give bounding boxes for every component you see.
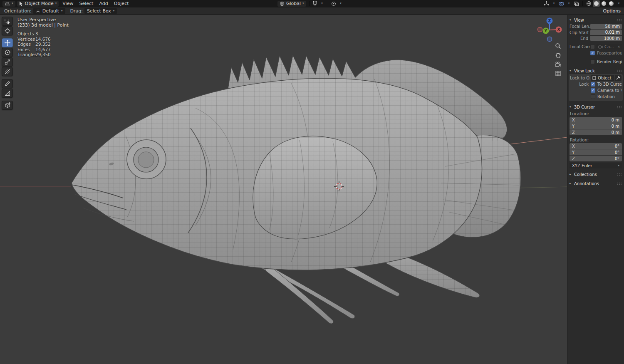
chevron-down-icon: ▾: [302, 2, 304, 5]
separator: [582, 1, 583, 6]
lock-object-field[interactable]: Object: [591, 75, 614, 81]
tool-cursor[interactable]: [2, 26, 13, 35]
panel-drag-grip[interactable]: [617, 69, 622, 72]
passepartout-checkbox[interactable]: ✓: [590, 51, 595, 55]
menu-view[interactable]: View: [59, 0, 76, 7]
clip-start-field[interactable]: 0.01 m: [590, 30, 622, 35]
shading-solid-button[interactable]: [593, 0, 600, 7]
cursor-location-y[interactable]: Y 0 m: [570, 123, 622, 129]
pan-button[interactable]: [553, 51, 562, 59]
gizmo-y[interactable]: Y: [543, 28, 549, 34]
camera-to-view-checkbox[interactable]: ✓: [591, 88, 595, 93]
scale-icon: [4, 59, 11, 65]
annotate-pencil-icon: [4, 80, 11, 87]
local-camera-field[interactable]: Ca... ✕: [597, 44, 622, 50]
menu-select[interactable]: Select: [76, 0, 96, 7]
proportional-falloff-dropdown[interactable]: ▾: [337, 0, 344, 7]
panel-drag-grip[interactable]: [617, 106, 622, 109]
chevron-down-icon: ▾: [12, 2, 13, 5]
snap-toggle[interactable]: [312, 0, 319, 7]
panel-drag-grip[interactable]: [617, 182, 622, 185]
cursor-location-z[interactable]: Z 0 m: [570, 129, 622, 135]
drag-label: Drag:: [70, 8, 83, 14]
local-camera-checkbox[interactable]: ✓: [590, 45, 595, 49]
viewport-canvas[interactable]: [0, 15, 567, 364]
panel-drag-grip[interactable]: [617, 173, 622, 176]
gizmo-minus-x[interactable]: [538, 27, 542, 32]
local-camera-label: Local Cam...: [570, 45, 590, 49]
proportional-editing-toggle[interactable]: [330, 0, 337, 7]
tool-scale[interactable]: [2, 57, 13, 67]
viewport-nav-buttons: [553, 42, 562, 78]
cursor-rotation-z[interactable]: Z 0°: [570, 156, 622, 161]
lock-rotation-checkbox[interactable]: ✓: [591, 94, 595, 99]
panel-drag-grip[interactable]: [617, 19, 622, 22]
tool-move[interactable]: [2, 38, 13, 47]
gizmos-dropdown[interactable]: ▾: [550, 0, 557, 7]
orientation-default-dropdown[interactable]: Default ▾: [33, 8, 65, 14]
show-gizmos-toggle[interactable]: [543, 0, 550, 7]
panel-view-lock-header[interactable]: ▾ View Lock: [568, 67, 623, 74]
focal-length-label: Focal Len...: [570, 24, 590, 29]
focal-length-field[interactable]: 50 mm: [590, 24, 622, 29]
transform-orientation-dropdown[interactable]: Global ▾: [277, 1, 306, 7]
overlays-icon: [558, 1, 565, 6]
show-overlays-toggle[interactable]: [558, 0, 565, 7]
shading-wireframe-button[interactable]: [585, 0, 592, 7]
shading-dropdown[interactable]: ▾: [615, 0, 622, 7]
gizmo-x[interactable]: X: [556, 27, 562, 33]
tool-settings-bar: Orientation: Default ▾ Drag: Select Box …: [0, 7, 624, 15]
overlays-dropdown[interactable]: ▾: [565, 0, 572, 7]
material-sphere-icon: [602, 1, 606, 6]
viewport-header: ▾ Object Mode ▾ View Select Add Object: [0, 0, 624, 7]
chevron-right-icon: ▸: [570, 173, 574, 176]
editor-type-dropdown[interactable]: ▾: [2, 1, 15, 7]
panel-3d-cursor-header[interactable]: ▾ 3D Cursor: [568, 104, 623, 110]
ortho-toggle-button[interactable]: [553, 69, 562, 78]
lock-to-object-label: Lock to O...: [570, 76, 591, 80]
camera-view-button[interactable]: [553, 60, 562, 69]
fish-model[interactable]: [72, 55, 521, 324]
panel-collections-header[interactable]: ▸ Collections: [568, 171, 623, 178]
tool-annotate[interactable]: [2, 79, 13, 88]
tool-measure[interactable]: [2, 89, 13, 98]
chevron-down-icon: ▾: [113, 10, 115, 12]
orientation-axes-icon: [36, 9, 40, 13]
tool-transform[interactable]: [2, 67, 13, 76]
wireframe-sphere-icon: [586, 1, 592, 6]
rotation-order-dropdown[interactable]: XYZ Euler ▾: [570, 163, 622, 168]
cursor-rotation-y[interactable]: Y 0°: [570, 149, 622, 155]
viewport-3d[interactable]: User Perspective (233) 3d model | Point …: [0, 15, 567, 364]
cursor-rotation-x[interactable]: X 0°: [570, 143, 622, 149]
gizmo-minus-z[interactable]: [547, 37, 552, 42]
drag-mode-dropdown[interactable]: Select Box ▾: [84, 8, 117, 14]
tool-rotate[interactable]: [2, 48, 13, 57]
camera-icon: [598, 45, 603, 49]
snap-settings-dropdown[interactable]: ▾: [319, 0, 326, 7]
cursor-location-x[interactable]: X 0 m: [570, 117, 622, 123]
to-3d-cursor-checkbox[interactable]: ✓: [591, 82, 595, 87]
options-button[interactable]: Options: [603, 8, 621, 14]
tool-select-box[interactable]: [2, 17, 13, 26]
tool-add-cube[interactable]: [2, 101, 13, 110]
add-cube-icon: [4, 102, 11, 109]
panel-3d-cursor: ▾ 3D Cursor Location: X 0 m Y 0 m Z 0 m: [568, 104, 623, 168]
shading-rendered-button[interactable]: [608, 0, 615, 7]
panel-view-header[interactable]: ▾ View: [568, 17, 623, 23]
zoom-button[interactable]: [553, 42, 562, 50]
eyedropper-button[interactable]: [615, 75, 622, 81]
camera-icon: [555, 62, 561, 67]
chevron-down-icon: ▾: [340, 2, 342, 5]
render-region-label: Render Regi...: [597, 59, 622, 64]
stat-faces: Faces14,677: [17, 47, 69, 52]
panel-annotations-header[interactable]: ▸ Annotations: [568, 180, 623, 187]
xray-toggle[interactable]: [573, 0, 580, 7]
menu-object[interactable]: Object: [111, 0, 132, 7]
proportional-editing-icon: [331, 1, 336, 6]
menu-add[interactable]: Add: [96, 0, 111, 7]
mode-dropdown[interactable]: Object Mode ▾: [17, 1, 59, 7]
shading-material-button[interactable]: [600, 0, 607, 7]
render-region-checkbox[interactable]: ✓: [590, 59, 595, 64]
clip-end-field[interactable]: 1000 m: [590, 36, 622, 41]
gizmo-z[interactable]: Z: [547, 18, 553, 24]
